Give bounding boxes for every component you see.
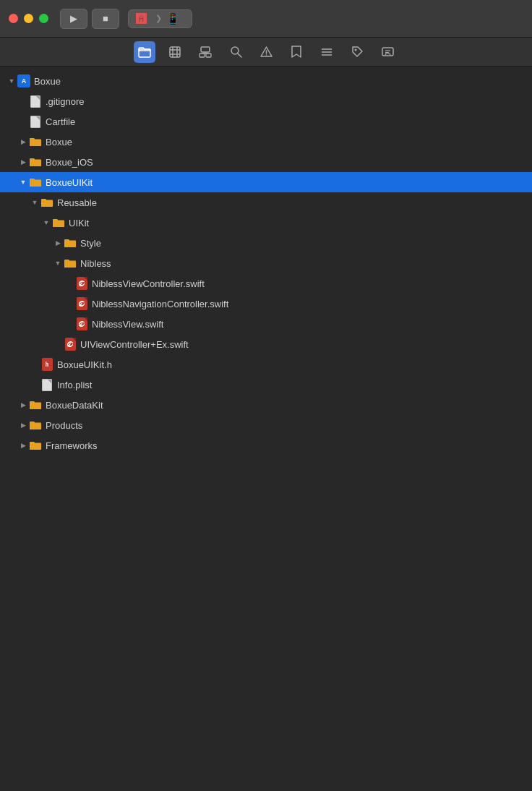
tree-item-gitignore[interactable]: .gitignore [0,91,532,111]
disclosure-boxueuikit-folder[interactable]: ▼ [17,179,29,186]
tree-item-reusable-folder[interactable]: ▼ Reusable [0,192,532,213]
icon-nibless-folder [64,257,77,270]
tree-item-cartfile[interactable]: Cartfile [0,111,532,132]
svg-line-12 [238,54,241,57]
icon-uikith: h [40,358,53,371]
label-infoplist: Info.plist [57,380,92,390]
tree-item-uivcex[interactable]: UIViewController+Ex.swift [0,334,532,354]
maximize-button[interactable] [39,14,48,23]
stop-icon: ■ [103,13,108,24]
label-nibless-folder: Nibless [80,258,111,269]
svg-rect-6 [201,47,210,52]
tree-item-niblessvc[interactable]: NiblessViewController.swift [0,273,532,294]
tree-item-uikit-folder[interactable]: ▼ UIKit [0,213,532,233]
nav-toolbar [0,38,532,67]
tree-item-uikith[interactable]: hBoxueUIKit.h [0,354,532,375]
icon-style-folder [64,236,77,249]
disclosure-frameworks-folder[interactable]: ▶ [17,442,29,449]
tree-item-niblessview[interactable]: NiblessView.swift [0,314,532,334]
nav-report-icon[interactable] [377,41,398,63]
titlebar: ▶ ■ 🅰 ❯ 📱 [0,0,532,38]
label-frameworks-folder: Frameworks [46,440,98,451]
device-icon: 📱 [166,12,180,25]
nav-search-icon[interactable] [225,41,246,63]
label-boxue-folder: Boxue [46,137,72,147]
nav-breakpoints-icon[interactable] [316,41,338,63]
disclosure-products-folder[interactable]: ▶ [17,422,29,429]
nav-folder-icon[interactable] [134,41,155,63]
icon-reusable-folder [40,196,53,209]
disclosure-style-folder[interactable]: ▶ [52,239,64,247]
label-niblessvc: NiblessViewController.swift [92,278,205,289]
icon-uikit-folder [52,216,65,229]
icon-niblessnav [75,297,88,310]
label-boxueuikit-folder: BoxueUIKit [46,177,93,188]
svg-point-14 [265,54,267,56]
icon-cartfile [29,115,42,128]
label-niblessnav: NiblessNavigationController.swift [92,299,228,309]
nav-tag-icon[interactable] [346,41,368,63]
tree-item-niblessnav[interactable]: NiblessNavigationController.swift [0,294,532,314]
stop-button[interactable]: ■ [92,9,119,29]
icon-gitignore [29,95,42,108]
tree-item-nibless-folder[interactable]: ▼ Nibless [0,253,532,273]
label-niblessview: NiblessView.swift [92,319,163,330]
play-button[interactable]: ▶ [60,9,87,29]
scheme-selector[interactable]: 🅰 ❯ 📱 [128,9,192,28]
svg-rect-1 [170,47,180,57]
titlebar-controls: ▶ ■ [60,9,119,29]
disclosure-uikit-folder[interactable]: ▼ [40,219,52,226]
nav-hierarchy-icon[interactable] [194,41,216,63]
label-style-folder: Style [80,238,101,249]
tree-item-boxue-ios-folder[interactable]: ▶ Boxue_iOS [0,152,532,172]
traffic-lights [9,14,48,23]
minimize-button[interactable] [24,14,33,23]
file-tree: ▼ABoxue .gitignore Cartfile▶ Boxue▶ Boxu… [0,67,532,791]
tree-item-boxueuikit-folder[interactable]: ▼ BoxueUIKit [0,172,532,192]
label-cartfile: Cartfile [46,116,75,127]
label-products-folder: Products [46,420,82,431]
label-uikith: BoxueUIKit.h [57,359,112,370]
label-uikit-folder: UIKit [69,218,89,228]
nav-inspect-icon[interactable] [164,41,186,63]
icon-uivcex [64,338,77,351]
label-uivcex: UIViewController+Ex.swift [80,339,189,350]
tree-item-boxuedatakit-folder[interactable]: ▶ BoxueDataKit [0,395,532,415]
label-reusable-folder: Reusable [57,197,97,208]
disclosure-nibless-folder[interactable]: ▼ [52,260,64,267]
disclosure-boxuedatakit-folder[interactable]: ▶ [17,401,29,409]
scheme-separator: ❯ [155,14,162,23]
svg-rect-19 [382,48,393,56]
icon-products-folder [29,419,42,432]
scheme-project-icon: 🅰 [136,12,147,25]
svg-point-18 [354,49,356,51]
disclosure-reusable-folder[interactable]: ▼ [29,199,40,206]
icon-root: A [17,74,30,87]
disclosure-boxue-ios-folder[interactable]: ▶ [17,158,29,166]
tree-item-root[interactable]: ▼ABoxue [0,71,532,91]
icon-boxue-ios-folder [29,155,42,168]
label-boxue-ios-folder: Boxue_iOS [46,157,93,168]
tree-item-frameworks-folder[interactable]: ▶ Frameworks [0,435,532,456]
icon-niblessview [75,317,88,330]
svg-rect-7 [200,54,205,57]
play-icon: ▶ [70,13,77,24]
icon-boxue-folder [29,135,42,148]
label-root: Boxue [34,76,61,87]
nav-bookmark-icon[interactable] [286,41,307,63]
tree-item-boxue-folder[interactable]: ▶ Boxue [0,132,532,152]
tree-item-products-folder[interactable]: ▶ Products [0,415,532,435]
icon-boxueuikit-folder [29,176,42,189]
icon-niblessvc [75,277,88,290]
tree-item-style-folder[interactable]: ▶ Style [0,233,532,253]
disclosure-boxue-folder[interactable]: ▶ [17,138,29,145]
icon-boxuedatakit-folder [29,398,42,411]
nav-warning-icon[interactable] [255,41,277,63]
tree-item-infoplist[interactable]: Info.plist [0,375,532,395]
close-button[interactable] [9,14,18,23]
icon-infoplist [40,378,53,391]
label-boxuedatakit-folder: BoxueDataKit [46,400,103,411]
svg-rect-8 [206,54,211,57]
disclosure-root[interactable]: ▼ [6,77,17,85]
label-gitignore: .gitignore [46,96,84,107]
